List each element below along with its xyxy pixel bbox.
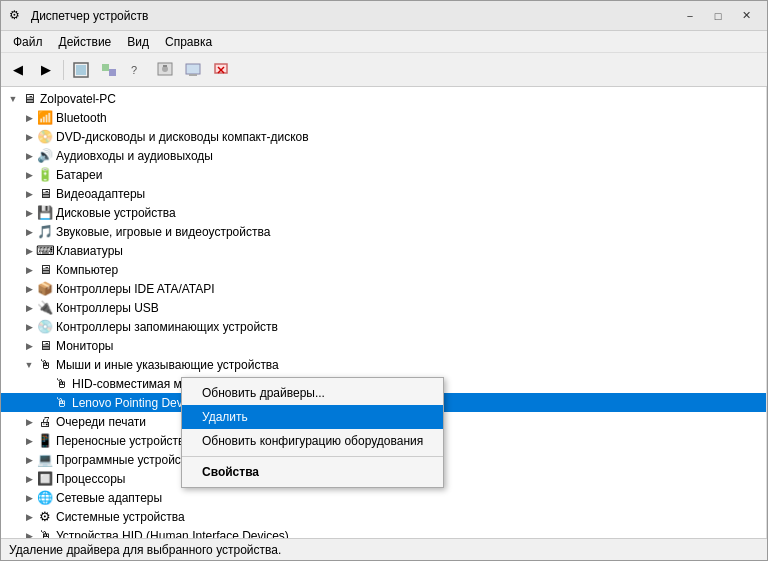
tree-item-sound[interactable]: ▶ 🎵 Звуковые, игровые и видеоустройства [1,222,766,241]
ctx-properties[interactable]: Свойства [182,460,443,484]
tree-item-monitors[interactable]: ▶ 🖥 Мониторы [1,336,766,355]
status-bar: Удаление драйвера для выбранного устройс… [1,538,767,560]
tree-item-usb[interactable]: ▶ 🔌 Контроллеры USB [1,298,766,317]
menu-help[interactable]: Справка [157,33,220,51]
tree-item-hid[interactable]: ▶ 🖱 Устройства HID (Human Interface Devi… [1,526,766,538]
tree-item-dvd[interactable]: ▶ 📀 DVD-дисководы и дисководы компакт-ди… [1,127,766,146]
menu-bar: Файл Действие Вид Справка [1,31,767,53]
maximize-button[interactable]: □ [705,6,731,26]
device-manager-window: ⚙ Диспетчер устройств − □ ✕ Файл Действи… [0,0,768,561]
label-hid: Устройства HID (Human Interface Devices) [56,529,289,539]
menu-file[interactable]: Файл [5,33,51,51]
label-sysdev: Системные устройства [56,510,185,524]
label-print: Очереди печати [56,415,146,429]
label-lenovo: Lenovo Pointing Device [72,396,198,410]
svg-rect-2 [102,64,109,71]
label-sound: Звуковые, игровые и видеоустройства [56,225,270,239]
minimize-button[interactable]: − [677,6,703,26]
toolbar-btn6[interactable] [208,57,234,83]
label-battery: Батареи [56,168,102,182]
label-disk: Дисковые устройства [56,206,176,220]
tree-item-video[interactable]: ▶ 🖥 Видеоадаптеры [1,184,766,203]
label-computer: Компьютер [56,263,118,277]
label-cpu: Процессоры [56,472,126,486]
menu-view[interactable]: Вид [119,33,157,51]
label-software: Программные устройства [56,453,199,467]
close-button[interactable]: ✕ [733,6,759,26]
label-mice: Мыши и иные указывающие устройства [56,358,279,372]
toolbar: ◀ ▶ ? [1,53,767,87]
root-label: Zolpovatel-PC [40,92,116,106]
toolbar-btn1[interactable] [68,57,94,83]
main-content: ▼ 🖥 Zolpovatel-PC ▶ 📶 Bluetooth ▶ 📀 DVD-… [1,87,767,538]
context-menu: Обновить драйверы... Удалить Обновить ко… [181,377,444,488]
tree-item-mice[interactable]: ▼ 🖱 Мыши и иные указывающие устройства [1,355,766,374]
window-controls: − □ ✕ [677,6,759,26]
tree-item-battery[interactable]: ▶ 🔋 Батареи [1,165,766,184]
label-ide: Контроллеры IDE ATA/ATAPI [56,282,215,296]
computer-icon: 🖥 [21,91,37,107]
toolbar-btn5[interactable] [180,57,206,83]
tree-item-audio[interactable]: ▶ 🔊 Аудиовходы и аудиовыходы [1,146,766,165]
toolbar-btn3[interactable]: ? [124,57,150,83]
label-audio: Аудиовходы и аудиовыходы [56,149,213,163]
svg-rect-9 [189,74,197,76]
label-monitors: Мониторы [56,339,113,353]
root-expander[interactable]: ▼ [5,94,21,104]
svg-rect-10 [215,64,227,73]
status-text: Удаление драйвера для выбранного устройс… [9,543,281,557]
tree-item-network[interactable]: ▶ 🌐 Сетевые адаптеры [1,488,766,507]
svg-rect-7 [163,65,167,67]
label-bluetooth: Bluetooth [56,111,107,125]
tree-item-ide[interactable]: ▶ 📦 Контроллеры IDE ATA/ATAPI [1,279,766,298]
tree-item-storage[interactable]: ▶ 💿 Контроллеры запоминающих устройств [1,317,766,336]
ctx-scan-hardware[interactable]: Обновить конфигурацию оборудования [182,429,443,453]
svg-rect-1 [76,65,86,75]
window-title: Диспетчер устройств [31,9,148,23]
tree-root[interactable]: ▼ 🖥 Zolpovatel-PC [1,89,766,108]
svg-rect-3 [109,69,116,76]
toolbar-forward[interactable]: ▶ [33,57,59,83]
tree-item-keyboard[interactable]: ▶ ⌨ Клавиатуры [1,241,766,260]
svg-rect-8 [186,64,200,74]
toolbar-back[interactable]: ◀ [5,57,31,83]
tree-item-computer[interactable]: ▶ 🖥 Компьютер [1,260,766,279]
menu-action[interactable]: Действие [51,33,120,51]
ctx-separator [182,456,443,457]
device-tree[interactable]: ▼ 🖥 Zolpovatel-PC ▶ 📶 Bluetooth ▶ 📀 DVD-… [1,87,767,538]
title-bar: ⚙ Диспетчер устройств − □ ✕ [1,1,767,31]
svg-text:?: ? [131,64,137,76]
tree-item-disk[interactable]: ▶ 💾 Дисковые устройства [1,203,766,222]
label-video: Видеоадаптеры [56,187,145,201]
ctx-update-driver[interactable]: Обновить драйверы... [182,381,443,405]
tree-item-bluetooth[interactable]: ▶ 📶 Bluetooth [1,108,766,127]
tree-item-sysdev[interactable]: ▶ ⚙ Системные устройства [1,507,766,526]
label-network: Сетевые адаптеры [56,491,162,505]
ctx-uninstall[interactable]: Удалить [182,405,443,429]
label-dvd: DVD-дисководы и дисководы компакт-дисков [56,130,309,144]
toolbar-btn4[interactable] [152,57,178,83]
label-storage: Контроллеры запоминающих устройств [56,320,278,334]
toolbar-btn2[interactable] [96,57,122,83]
label-keyboard: Клавиатуры [56,244,123,258]
window-icon: ⚙ [9,8,25,24]
label-portable: Переносные устройства [56,434,191,448]
label-usb: Контроллеры USB [56,301,159,315]
